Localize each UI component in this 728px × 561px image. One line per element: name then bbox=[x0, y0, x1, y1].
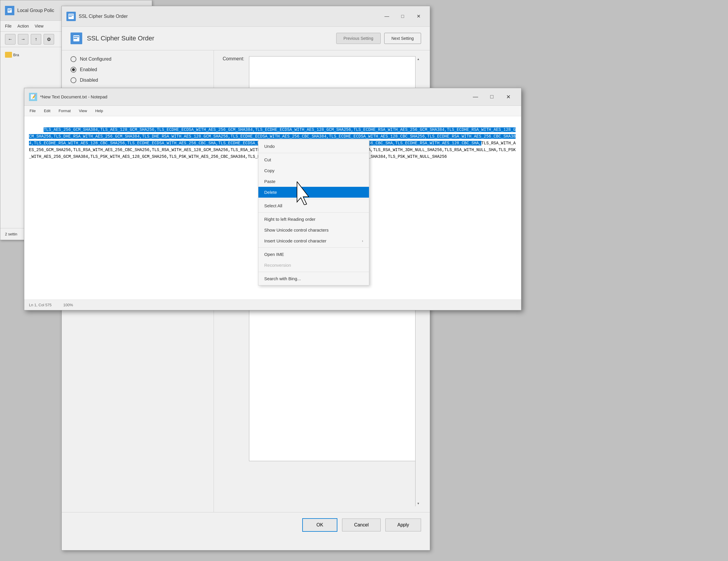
enabled-label: Enabled bbox=[80, 67, 97, 72]
ssl-header: SSL Cipher Suite Order Previous Setting … bbox=[62, 27, 430, 50]
lgp-icon bbox=[5, 6, 14, 15]
ctx-sep-2 bbox=[258, 199, 369, 199]
disabled-label: Disabled bbox=[80, 78, 98, 83]
disabled-option[interactable]: Disabled bbox=[71, 77, 205, 83]
notepad-maximize-button[interactable]: □ bbox=[484, 91, 500, 103]
breadcrumb-text: Bra bbox=[13, 53, 19, 57]
svg-rect-4 bbox=[69, 15, 73, 16]
scrollbar-down[interactable]: ▼ bbox=[417, 502, 420, 505]
notepad-title: *New Text Document.txt - Notepad bbox=[40, 94, 467, 99]
next-setting-button[interactable]: Next Setting bbox=[384, 33, 421, 44]
ssl-titlebar-controls: — □ ✕ bbox=[380, 10, 425, 23]
notepad-menubar: File Edit Format View Help bbox=[24, 106, 521, 116]
notepad-status-ln: Ln 1, Col 575 bbox=[29, 303, 51, 307]
notepad-close-button[interactable]: ✕ bbox=[500, 91, 516, 103]
back-button[interactable]: ← bbox=[5, 34, 16, 44]
comment-label: Comment: bbox=[223, 56, 244, 61]
notepad-controls: — □ ✕ bbox=[467, 91, 516, 103]
lgp-status-text: 2 settin bbox=[5, 232, 17, 236]
folder-icon bbox=[5, 52, 12, 58]
ssl-nav-buttons: Previous Setting Next Setting bbox=[336, 33, 421, 44]
enabled-radio[interactable] bbox=[71, 67, 76, 73]
up-button[interactable]: ↑ bbox=[31, 34, 41, 44]
notepad-menu-format[interactable]: Format bbox=[57, 107, 72, 114]
lgp-menu-view[interactable]: View bbox=[35, 24, 43, 28]
ctx-open-ime[interactable]: Open IME bbox=[258, 249, 369, 260]
svg-rect-5 bbox=[69, 16, 72, 17]
ssl-titlebar-title: SSL Cipher Suite Order bbox=[79, 14, 380, 19]
svg-rect-8 bbox=[74, 38, 77, 39]
prev-setting-button[interactable]: Previous Setting bbox=[336, 33, 381, 44]
notepad-icon: 📝 bbox=[29, 93, 37, 101]
svg-rect-2 bbox=[8, 11, 10, 11]
notepad-minimize-button[interactable]: — bbox=[467, 91, 484, 103]
ctx-sep-1 bbox=[258, 153, 369, 153]
lgp-menu-action[interactable]: Action bbox=[18, 24, 29, 28]
ssl-minimize-button[interactable]: — bbox=[380, 10, 394, 23]
ssl-titlebar: SSL Cipher Suite Order — □ ✕ bbox=[62, 6, 430, 27]
notepad-menu-edit[interactable]: Edit bbox=[42, 107, 52, 114]
apply-button[interactable]: Apply bbox=[385, 519, 421, 531]
ctx-copy[interactable]: Copy bbox=[258, 165, 369, 176]
not-configured-radio[interactable] bbox=[71, 56, 76, 62]
ctx-show-unicode[interactable]: Show Unicode control characters bbox=[258, 224, 369, 235]
enabled-option[interactable]: Enabled bbox=[71, 67, 205, 73]
ctx-search-bing[interactable]: Search with Bing... bbox=[258, 273, 369, 284]
ctx-rtl[interactable]: Right to left Reading order bbox=[258, 214, 369, 224]
lgp-menu-file[interactable]: File bbox=[5, 24, 12, 28]
ctx-insert-unicode[interactable]: Insert Unicode control character › bbox=[258, 235, 369, 246]
ctx-undo[interactable]: Undo bbox=[258, 141, 369, 152]
scrollbar-up[interactable]: ▲ bbox=[417, 57, 420, 61]
ctx-delete[interactable]: Delete bbox=[258, 187, 369, 198]
ctx-sep-4 bbox=[258, 247, 369, 248]
ssl-close-button[interactable]: ✕ bbox=[412, 10, 425, 23]
notepad-statusbar: Ln 1, Col 575 100% bbox=[24, 300, 521, 310]
svg-rect-7 bbox=[74, 36, 79, 37]
notepad-titlebar: 📝 *New Text Document.txt - Notepad — □ ✕ bbox=[24, 88, 521, 106]
notepad-menu-help[interactable]: Help bbox=[93, 107, 105, 114]
radio-group: Not Configured Enabled Disabled bbox=[71, 56, 205, 83]
lgp-title: Local Group Polic bbox=[17, 8, 54, 13]
forward-button[interactable]: → bbox=[18, 34, 28, 44]
disabled-radio[interactable] bbox=[71, 77, 76, 83]
ctx-arrow-icon: › bbox=[362, 239, 363, 243]
ssl-titlebar-icon bbox=[66, 12, 76, 21]
ctx-sep-3 bbox=[258, 212, 369, 212]
ctx-cut[interactable]: Cut bbox=[258, 154, 369, 165]
cancel-button[interactable]: Cancel bbox=[342, 519, 381, 531]
ssl-header-icon bbox=[71, 32, 82, 44]
notepad-menu-view[interactable]: View bbox=[77, 107, 89, 114]
ctx-paste[interactable]: Paste bbox=[258, 176, 369, 187]
svg-rect-1 bbox=[8, 9, 11, 10]
not-configured-label: Not Configured bbox=[80, 56, 111, 62]
ssl-maximize-button[interactable]: □ bbox=[396, 10, 409, 23]
ssl-footer: OK Cancel Apply bbox=[62, 512, 430, 538]
ctx-sep-5 bbox=[258, 272, 369, 272]
notepad-menu-file[interactable]: File bbox=[28, 107, 37, 114]
context-menu: Undo Cut Copy Paste Delete Select All Ri… bbox=[258, 139, 369, 286]
ssl-header-title: SSL Cipher Suite Order bbox=[87, 35, 336, 42]
not-configured-option[interactable]: Not Configured bbox=[71, 56, 205, 62]
notepad-status-zoom: 100% bbox=[63, 303, 73, 307]
ctx-select-all[interactable]: Select All bbox=[258, 200, 369, 211]
ctx-reconversion: Reconversion bbox=[258, 260, 369, 270]
ok-button[interactable]: OK bbox=[302, 518, 337, 532]
properties-button[interactable]: ⚙ bbox=[44, 34, 54, 44]
